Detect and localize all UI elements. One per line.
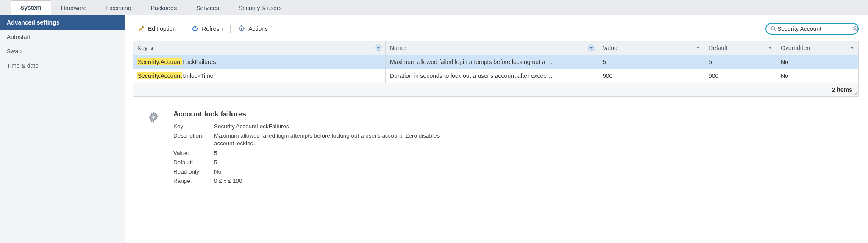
table-footer: 2 items xyxy=(133,83,858,96)
toolbar-separator xyxy=(184,25,184,33)
details-default-label: Default: xyxy=(173,159,214,166)
tab-security-users[interactable]: Security & users xyxy=(229,1,292,15)
table-header: Key ▲ Name Value xyxy=(133,41,858,55)
col-header-name[interactable]: Name xyxy=(386,41,598,55)
sidebar-item-advanced-settings[interactable]: Advanced settings xyxy=(0,15,125,30)
actions-button[interactable]: Actions xyxy=(236,24,270,33)
chevron-down-icon[interactable] xyxy=(696,45,701,50)
col-header-overridden-label: Overridden xyxy=(781,44,810,51)
highlighted-match: Security.Account xyxy=(137,72,182,79)
cell-key-rest: UnlockTime xyxy=(182,72,213,79)
toolbar-separator xyxy=(230,25,231,33)
settings-gear-icon xyxy=(146,110,161,187)
gear-icon xyxy=(238,25,245,32)
table-item-count: 2 items xyxy=(832,86,852,93)
details-value-value: 5 xyxy=(214,149,449,157)
cell-key-rest: LockFailures xyxy=(182,58,216,65)
details-default-value: 5 xyxy=(214,159,449,166)
details-desc-value: Maximum allowed failed login attempts be… xyxy=(214,132,449,147)
clear-search-icon[interactable] xyxy=(852,26,858,32)
cell-overridden: No xyxy=(776,69,858,83)
chevron-down-icon[interactable] xyxy=(768,45,773,50)
chevron-down-icon[interactable] xyxy=(850,45,855,50)
top-tabstrip: System Hardware Licensing Packages Servi… xyxy=(0,0,868,15)
column-filter-icon[interactable] xyxy=(588,44,595,51)
sidebar-item-autostart[interactable]: Autostart xyxy=(0,30,125,44)
sort-ascending-icon: ▲ xyxy=(150,46,154,50)
svg-marker-9 xyxy=(769,47,771,49)
details-body: Account lock failures Key:Security.Accou… xyxy=(173,110,449,187)
table-row[interactable]: Security.AccountUnlockTime Duration in s… xyxy=(133,69,858,83)
edit-option-label: Edit option xyxy=(148,25,176,32)
cell-key: Security.AccountLockFailures xyxy=(133,55,386,69)
search-box[interactable] xyxy=(765,23,859,35)
toolbar: Edit option Refresh Actions xyxy=(133,23,859,35)
settings-table: Key ▲ Name Value xyxy=(133,41,859,97)
tab-licensing[interactable]: Licensing xyxy=(97,1,141,15)
sidebar: Advanced settings Autostart Swap Time & … xyxy=(0,15,125,243)
details-range-value: 0 ≤ x ≤ 100 xyxy=(214,177,449,185)
cell-value: 5 xyxy=(598,55,704,69)
actions-label: Actions xyxy=(248,25,268,32)
refresh-label: Refresh xyxy=(202,25,223,32)
svg-marker-10 xyxy=(851,47,854,49)
col-header-key[interactable]: Key ▲ xyxy=(133,41,386,55)
details-range-label: Range: xyxy=(173,177,214,185)
cell-key: Security.AccountUnlockTime xyxy=(133,69,386,83)
table-row[interactable]: Security.AccountLockFailures Maximum all… xyxy=(133,55,858,69)
svg-point-0 xyxy=(241,28,242,30)
col-header-name-label: Name xyxy=(390,44,406,51)
search-icon xyxy=(771,26,776,32)
details-desc-label: Description: xyxy=(173,132,214,147)
cell-value: 900 xyxy=(598,69,704,83)
col-header-default-label: Default xyxy=(709,44,727,51)
main-panel: Edit option Refresh Actions xyxy=(125,15,868,243)
highlighted-match: Security.Account xyxy=(137,58,182,65)
tab-services[interactable]: Services xyxy=(186,1,229,15)
sidebar-item-time-date[interactable]: Time & date xyxy=(0,58,125,73)
details-key-value: Security.AccountLockFailures xyxy=(214,123,449,130)
details-readonly-value: No xyxy=(214,168,449,176)
details-title: Account lock failures xyxy=(173,110,449,119)
cell-name: Maximum allowed failed login attempts be… xyxy=(386,55,598,69)
col-header-default[interactable]: Default xyxy=(704,41,776,55)
refresh-icon xyxy=(192,25,198,32)
tab-hardware[interactable]: Hardware xyxy=(51,1,97,15)
col-header-value-label: Value xyxy=(603,44,618,51)
details-panel: Account lock failures Key:Security.Accou… xyxy=(133,97,859,187)
col-header-overridden[interactable]: Overridden xyxy=(776,41,858,55)
details-readonly-label: Read only: xyxy=(173,168,214,176)
refresh-button[interactable]: Refresh xyxy=(189,24,225,33)
edit-option-button[interactable]: Edit option xyxy=(135,24,178,33)
svg-point-11 xyxy=(152,116,155,119)
tab-packages[interactable]: Packages xyxy=(141,1,186,15)
cell-name: Duration in seconds to lock out a user's… xyxy=(386,69,598,83)
pencil-icon xyxy=(138,25,145,32)
details-key-label: Key: xyxy=(173,123,214,130)
search-input[interactable] xyxy=(776,25,852,33)
column-filter-icon[interactable] xyxy=(375,44,382,51)
svg-line-2 xyxy=(774,30,776,31)
cell-default: 900 xyxy=(704,69,776,83)
resize-grip-icon[interactable] xyxy=(853,91,857,95)
cell-overridden: No xyxy=(776,55,858,69)
cell-default: 5 xyxy=(704,55,776,69)
tab-system[interactable]: System xyxy=(11,0,51,15)
col-header-key-label: Key xyxy=(137,44,147,51)
details-value-label: Value: xyxy=(173,149,214,157)
svg-marker-8 xyxy=(697,47,699,49)
col-header-value[interactable]: Value xyxy=(598,41,704,55)
sidebar-item-swap[interactable]: Swap xyxy=(0,44,125,58)
